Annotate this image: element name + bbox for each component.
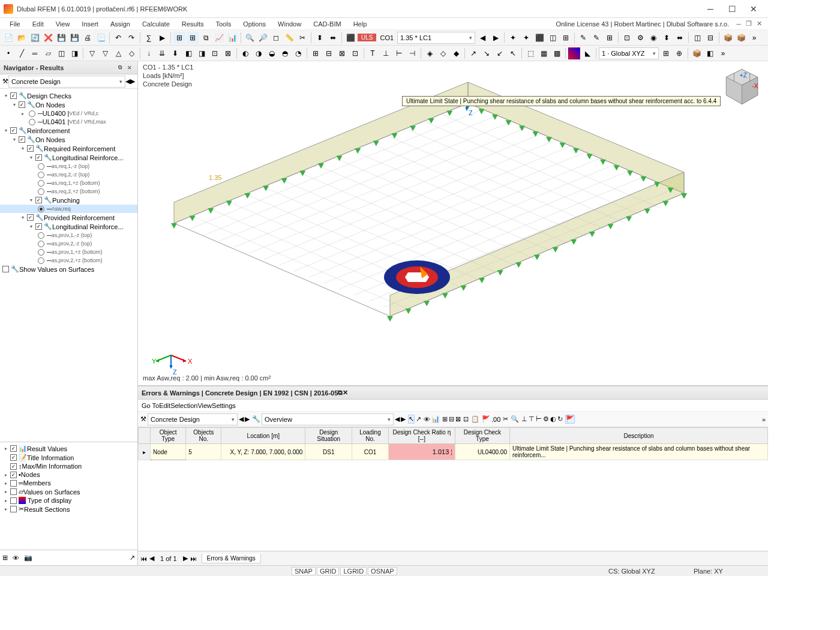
ep-design-combo[interactable]: Concrete Design [148,413,238,425]
nf-cam[interactable]: 📷 [24,554,32,562]
tb2-member[interactable]: ═ [29,47,41,59]
ep-prev2[interactable]: ◀ [395,415,400,423]
ep-first[interactable]: ⏮ [140,555,147,562]
tb2-c1[interactable]: ◈ [424,47,436,59]
tb-graph[interactable]: 📈 [213,32,225,44]
ep-tb4[interactable]: 📊 [431,415,440,423]
maximize-button[interactable]: ☐ [721,2,743,16]
ep-menu-selection[interactable]: Selection [170,402,197,409]
tree-as-req-2mz[interactable]: ─ as,req,2,-z (top) [0,170,137,179]
tb-r2[interactable]: ✦ [520,32,532,44]
tb-displ1[interactable]: ⬍ [314,32,326,44]
tree-punching[interactable]: ▾🔧 Punching [0,196,137,205]
tb2-l4[interactable]: ◧ [182,47,194,59]
tb-new[interactable]: 📄 [2,32,14,44]
tb2-l3[interactable]: ⬇ [169,47,181,59]
ep-tb-more[interactable]: » [762,416,766,423]
menu-results[interactable]: Results [176,19,210,29]
tb2-l6[interactable]: ⊡ [209,47,221,59]
nb-nodes[interactable]: ▸• Nodes [0,470,137,479]
tb-r3[interactable]: ⬛ [533,32,545,44]
tree-design-checks[interactable]: ▾🔧 Design Checks [0,91,137,100]
tb2-node[interactable]: • [2,47,14,59]
table-row[interactable]: ▸ Node 5 X, Y, Z: 7.000, 7.000, 0.000 DS… [139,444,768,460]
nb-maxmin[interactable]: ↕ Max/Min Information [0,462,137,470]
menu-tools[interactable]: Tools [209,19,237,29]
col-loading[interactable]: Loading No. [352,428,389,444]
sb-snap[interactable]: SNAP [292,567,316,575]
3d-scene[interactable]: CO1 - 1.35 * LC1 Loads [kN/m²] Concrete … [138,61,768,385]
tb2-cs1[interactable]: ⊞ [660,47,672,59]
close-button[interactable]: ✕ [743,2,764,16]
nf-axis[interactable]: ↗ [130,554,135,562]
ep-next1[interactable]: ▶ [245,415,250,423]
tb-draw1[interactable]: ✎ [577,32,589,44]
tb2-d3[interactable]: ▩ [551,47,563,59]
tb-select[interactable]: ◻ [270,32,282,44]
mdi-close[interactable]: ✕ [754,20,764,28]
tb2-l2[interactable]: ⇊ [156,47,168,59]
tb-clip[interactable]: ✂ [296,32,308,44]
tb2-e1[interactable]: 📦 [691,47,703,59]
tb2-t3[interactable]: ⊢ [393,47,405,59]
menu-edit[interactable]: Edit [26,19,50,29]
col-ratio[interactable]: Design Check Ratio η [--] [388,428,455,444]
view-cube[interactable]: -X +Z [719,65,764,110]
ep-next2[interactable]: ▶ [401,415,406,423]
tb2-sup1[interactable]: ▽ [86,47,98,59]
col-desc[interactable]: Description [510,428,768,444]
nb-result-values[interactable]: ▸📊 Result Values [0,444,137,453]
ep-tb5[interactable]: ⊞ [442,415,448,423]
tb-print[interactable]: 🖨 [82,32,94,44]
col-objtype[interactable]: Object Type [151,428,186,444]
nav-next[interactable]: ▶ [130,77,135,85]
ep-overview-combo[interactable]: Overview [262,413,394,425]
col-ds[interactable]: Design Situation [305,428,352,444]
tree-reinforcement[interactable]: ▾🔧 Reinforcement [0,126,137,135]
nav-prev[interactable]: ◀ [125,77,130,85]
tree-long-reinf-2[interactable]: ▾🔧 Longitudinal Reinforce... [0,222,137,231]
tree-as-prov-2pz[interactable]: ─ as,prov,2,+z (bottom) [0,256,137,265]
ep-tb16[interactable]: ⊢ [536,415,542,423]
tb-filter[interactable]: 🔎 [257,32,269,44]
tb2-t1[interactable]: T [367,47,379,59]
tb2-l5[interactable]: ◨ [196,47,208,59]
nav-close-icon[interactable]: ✕ [125,64,134,72]
tb-load-icon[interactable]: ⬛ [344,32,356,44]
tree-as-prov-2mz[interactable]: ─ as,prov,2,-z (top) [0,239,137,248]
tb-r4[interactable]: ◫ [547,32,559,44]
tb2-g1[interactable]: ⊞ [310,47,322,59]
tb2-g2[interactable]: ⊟ [323,47,335,59]
ep-last[interactable]: ⏭ [190,555,197,562]
nf-btn1[interactable]: ⊞ [2,554,8,562]
ep-menu-view[interactable]: View [197,402,212,409]
tb-undo[interactable]: ↶ [112,32,124,44]
ep-menu-edit[interactable]: Edit [159,402,170,409]
nb-values-surf[interactable]: ▸▱ Values on Surfaces [0,487,137,496]
tb-s3[interactable]: ◉ [647,32,659,44]
sb-osnap[interactable]: OSNAP [368,567,397,575]
tree-as-req-2pz[interactable]: ─ as,req,2,+z (bottom) [0,187,137,196]
tb-displ2[interactable]: ⬌ [327,32,339,44]
tb-close[interactable]: ❌ [42,32,54,44]
tb2-line[interactable]: ╱ [16,47,28,59]
tree-as-req-1mz[interactable]: ─ as,req,1,-z (top) [0,162,137,170]
ep-tb7[interactable]: ⊠ [455,415,461,423]
tb2-t4[interactable]: ⊣ [406,47,418,59]
tb-prev-load[interactable]: ◀ [476,32,488,44]
ep-tb18[interactable]: ◐ [550,415,556,423]
minimize-button[interactable]: ─ [700,2,721,16]
tree-ul0401[interactable]: ─ UL0401 | VEd / VRd,max [0,118,137,126]
tb-s2[interactable]: ⚙ [634,32,646,44]
tree-show-values[interactable]: 🔧 Show Values on Surfaces [0,265,137,274]
tb2-t2[interactable]: ⊥ [380,47,392,59]
tb-more1[interactable]: » [748,32,760,44]
tb2-c3[interactable]: ◆ [450,47,462,59]
tb2-sup3[interactable]: △ [112,47,124,59]
tb2-v4[interactable]: ◓ [279,47,291,59]
menu-file[interactable]: File [4,19,26,29]
tb-redo[interactable]: ↷ [125,32,137,44]
tb2-l1[interactable]: ↓ [143,47,155,59]
nb-result-sections[interactable]: ▸✂ Result Sections [0,505,137,514]
tb2-more[interactable]: » [717,47,729,59]
